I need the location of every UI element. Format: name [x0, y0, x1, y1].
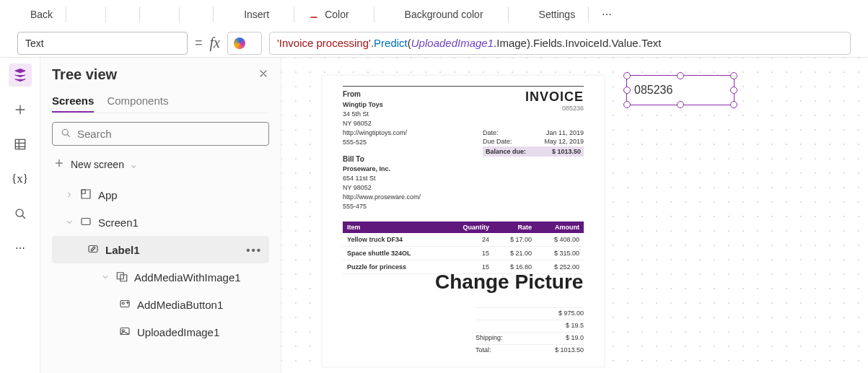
paint-bucket-icon: [387, 6, 400, 22]
color-button[interactable]: Color: [302, 4, 366, 25]
tab-components[interactable]: Components: [107, 90, 168, 113]
row-more-button[interactable]: •••: [246, 244, 266, 256]
chevron-down-icon: [119, 11, 126, 18]
formula-bar: Text = fx 'Invoice processing'.Predict(U…: [0, 29, 868, 58]
rail-variables-button[interactable]: {x}: [9, 167, 32, 190]
undo-button[interactable]: [74, 4, 98, 25]
chevron-down-icon: [273, 11, 281, 18]
resize-handle[interactable]: [623, 72, 631, 79]
rail-more-button[interactable]: ⋯: [9, 237, 32, 260]
settings-button[interactable]: Settings: [516, 4, 582, 25]
property-label: Text: [25, 38, 44, 49]
from-addr1: 34 5th St: [343, 110, 483, 119]
resize-handle[interactable]: [677, 101, 684, 108]
selected-label-control[interactable]: 085236: [626, 75, 735, 105]
font-color-icon: [307, 6, 320, 22]
tree-node-uploadedimage[interactable]: UploadedImage1: [52, 318, 269, 346]
resize-handle[interactable]: [623, 87, 631, 94]
settings-label: Settings: [539, 9, 576, 20]
tree-search[interactable]: [52, 122, 269, 146]
equals-sign: =: [195, 35, 203, 51]
svg-point-4: [526, 12, 530, 15]
table-row: Yellow truck DF3424$ 17.00$ 408.00: [343, 233, 584, 247]
change-picture-overlay[interactable]: Change Picture: [435, 271, 583, 294]
chevron-right-icon: [65, 189, 74, 201]
fx-icon: fx: [210, 35, 220, 51]
property-dropdown[interactable]: Text: [17, 32, 188, 55]
separator: [139, 6, 140, 22]
close-panel-button[interactable]: [258, 68, 269, 82]
tree-tabs: Screens Components: [52, 90, 269, 113]
tax-value: $ 19.5: [566, 322, 584, 329]
tree-node-addmediawithimage[interactable]: AddMediaWithImage1: [52, 263, 269, 291]
new-screen-button[interactable]: New screen: [52, 154, 269, 174]
billto-url: http://www.proseware.com/: [343, 193, 483, 202]
separator: [588, 6, 589, 22]
clipboard-icon: [153, 6, 166, 22]
rail-treeview-button[interactable]: [9, 63, 32, 87]
formula-token: UploadedImage1: [411, 37, 494, 49]
image-icon: [118, 325, 131, 340]
tree-node-screen1[interactable]: Screen1: [52, 209, 269, 236]
resize-handle[interactable]: [623, 101, 631, 108]
svg-rect-1: [158, 8, 162, 10]
from-name: Wingtip Toys: [343, 100, 483, 110]
balance-value: $ 1013.50: [552, 148, 581, 155]
shipping-label: Shipping:: [475, 334, 503, 341]
invoice-number: 085236: [483, 105, 584, 112]
tree-list: App Screen1 Label1 ••• AddMediaWithImage…: [52, 181, 269, 346]
formula-input[interactable]: 'Invoice processing'.Predict(UploadedIma…: [269, 32, 851, 55]
billto-title: Bill To: [343, 154, 483, 165]
tree-node-app[interactable]: App: [52, 181, 269, 209]
balance-label: Balance due:: [486, 148, 526, 155]
tab-screens[interactable]: Screens: [52, 90, 94, 113]
subtotal-value: $ 975.00: [558, 310, 584, 317]
more-button[interactable]: ⋯: [596, 6, 618, 23]
resize-handle[interactable]: [730, 72, 737, 79]
label-icon: [87, 242, 100, 258]
svg-point-15: [122, 302, 124, 304]
copilot-icon: [234, 38, 245, 49]
invoice-document[interactable]: From Wingtip Toys 34 5th St NY 98052 htt…: [322, 75, 605, 367]
bgcolor-button[interactable]: Background color: [382, 4, 501, 25]
plus-icon: [227, 6, 240, 22]
undo-dropdown[interactable]: [113, 8, 132, 21]
formula-token: 'Invoice processing': [277, 37, 371, 49]
date-value: Jan 11, 2019: [546, 129, 584, 136]
undo-icon: [79, 6, 92, 22]
separator: [213, 6, 214, 22]
from-phone: 555-525: [343, 138, 483, 147]
svg-rect-2: [311, 17, 317, 18]
th-amount: Amount: [536, 221, 584, 233]
chevron-down-icon: [247, 40, 255, 47]
resize-handle[interactable]: [730, 101, 737, 108]
paste-dropdown[interactable]: [187, 8, 206, 21]
billto-addr1: 654 11st St: [343, 174, 483, 183]
tree-node-label: Label1: [105, 244, 140, 256]
total-value: $ 1013.50: [555, 346, 584, 354]
tree-node-label1[interactable]: Label1 •••: [52, 236, 269, 263]
top-toolbar: Back Insert Color Background color Setti…: [0, 0, 868, 29]
tree-search-input[interactable]: [77, 128, 261, 140]
tree-view-title: Tree view: [52, 66, 117, 83]
copilot-button[interactable]: [227, 32, 262, 55]
from-url: http://wingtiptoys.com/: [343, 128, 483, 138]
chevron-down-icon: [172, 40, 180, 47]
tree-view-panel: Tree view Screens Components New screen …: [40, 58, 281, 373]
main-area: {x} ⋯ Tree view Screens Components New s…: [0, 58, 868, 373]
new-screen-label: New screen: [71, 159, 124, 170]
insert-button[interactable]: Insert: [221, 4, 286, 25]
back-button[interactable]: Back: [7, 4, 58, 25]
rail-search-button[interactable]: [9, 202, 32, 225]
resize-handle[interactable]: [730, 87, 737, 94]
tree-node-addmediabutton[interactable]: AddMediaButton1: [52, 291, 269, 318]
insert-label: Insert: [244, 9, 269, 20]
separator: [105, 6, 106, 22]
paste-button[interactable]: [147, 4, 172, 25]
back-label: Back: [30, 9, 53, 20]
rail-insert-button[interactable]: [9, 98, 32, 121]
tree-node-label: Screen1: [98, 216, 139, 229]
rail-data-button[interactable]: [9, 133, 32, 156]
resize-handle[interactable]: [677, 72, 684, 79]
canvas[interactable]: From Wingtip Toys 34 5th St NY 98052 htt…: [281, 58, 868, 373]
